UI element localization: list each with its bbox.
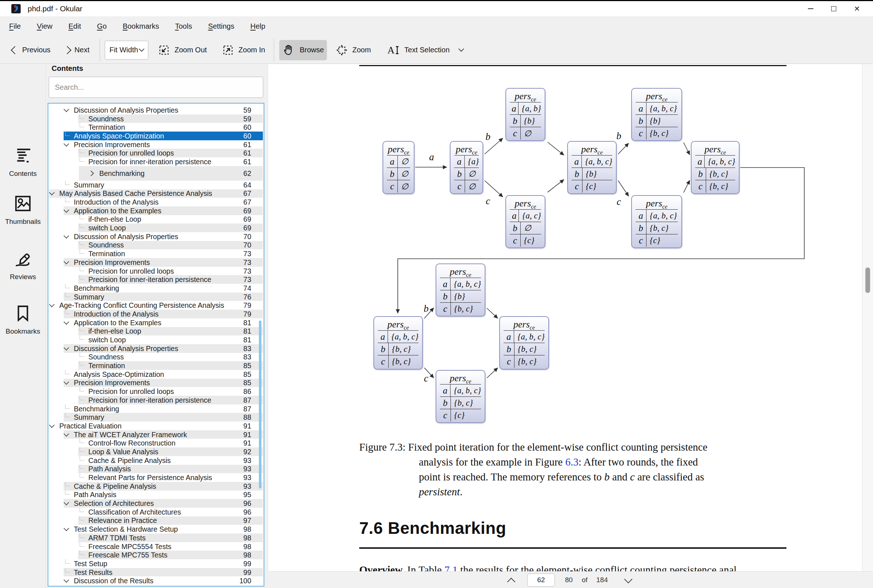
toc-row[interactable]: Selection of Architectures96 xyxy=(48,499,264,508)
tree-branch-line xyxy=(65,310,70,314)
fit-mode-combobox[interactable]: Fit Width xyxy=(105,41,148,60)
toc-row[interactable]: Benchmarking87 xyxy=(48,405,264,413)
toc-row[interactable]: Cache & Pipeline Analysis93 xyxy=(48,456,264,465)
toc-row[interactable]: Path Analysis93 xyxy=(48,465,264,474)
toc-page-number: 61 xyxy=(243,140,251,148)
toc-row[interactable]: Discussion of Analysis Properties70 xyxy=(48,232,264,241)
toc-row[interactable]: Age-Tracking Conflict Counting Persisten… xyxy=(48,301,264,310)
toc-row[interactable]: Benchmarking62 xyxy=(48,166,264,181)
toc-row[interactable]: Precision for unrolled loops86 xyxy=(48,387,264,396)
toc-row[interactable]: Discussion of Analysis Properties83 xyxy=(48,344,264,353)
tree-branch-line xyxy=(80,516,84,521)
toc-row[interactable]: Discussion of the Results100 xyxy=(48,576,264,585)
document-scrollbar-thumb[interactable] xyxy=(865,267,870,293)
cross-reference-link[interactable]: 6.3 xyxy=(565,456,578,468)
page-number-input[interactable]: 62 xyxy=(527,573,555,586)
node-row: c{c} xyxy=(636,234,678,247)
menu-item-go[interactable]: Go xyxy=(97,22,107,30)
toc-row[interactable]: Summary64 xyxy=(48,181,264,189)
menu-item-settings[interactable]: Settings xyxy=(208,22,234,30)
tree-scrollbar-thumb[interactable] xyxy=(259,321,261,488)
sidebar-item-thumbnails[interactable]: Thumbnails xyxy=(0,194,46,226)
toc-row[interactable]: Loop & Value Analysis92 xyxy=(48,447,264,456)
toc-row[interactable]: May Analysis Based Cache Persistence Ana… xyxy=(48,189,264,198)
toc-row[interactable]: Path Analysis95 xyxy=(48,490,264,500)
toc-row[interactable]: Relevant Parts for Persistence Analysis9… xyxy=(48,473,264,482)
previous-page-button[interactable] xyxy=(507,578,515,586)
menu-item-bookmarks[interactable]: Bookmarks xyxy=(123,22,159,30)
toolbar: Previous Next Fit Width Zoom Out Zoom In… xyxy=(0,36,873,64)
minimize-button[interactable] xyxy=(799,1,822,16)
toc-row[interactable]: Summary76 xyxy=(48,292,264,301)
text-selection-button[interactable]: A Text Selection xyxy=(384,40,466,60)
menu-item-help[interactable]: Help xyxy=(250,22,265,30)
toc-row[interactable]: ARM7 TDMI Tests98 xyxy=(48,534,264,542)
toc-row[interactable]: Analysis Space-Optimization85 xyxy=(48,370,264,379)
maximize-button[interactable] xyxy=(822,1,845,16)
toc-row[interactable]: Test Setup99 xyxy=(48,559,264,568)
toc-row[interactable]: Precision Improvements85 xyxy=(48,379,264,387)
toc-row[interactable]: Relevance in Practice97 xyxy=(48,516,264,525)
sidebar-item-bookmarks[interactable]: Bookmarks xyxy=(0,303,46,335)
document-scrollbar[interactable] xyxy=(862,64,873,571)
toc-row[interactable]: Discussion of Analysis Properties59 xyxy=(48,106,264,114)
previous-button[interactable]: Previous xyxy=(9,40,53,60)
toc-row[interactable]: Soundness59 xyxy=(48,114,264,123)
text-run: are classified as xyxy=(635,471,704,483)
toc-row[interactable]: Precision Improvements73 xyxy=(48,258,264,267)
toc-row[interactable]: Test Results99 xyxy=(48,568,264,577)
toc-row[interactable]: Precision for unrolled loops73 xyxy=(48,267,264,276)
toc-row[interactable]: Control-flow Reconstruction91 xyxy=(48,439,264,447)
next-button[interactable]: Next xyxy=(62,40,92,60)
sidebar-item-contents[interactable]: Contents xyxy=(0,146,46,178)
toc-row[interactable]: Freescale MPC755 Tests98 xyxy=(48,550,264,559)
toc-row[interactable]: Benchmarking74 xyxy=(48,284,264,292)
browse-tool-button[interactable]: Browse xyxy=(279,40,327,60)
toc-row[interactable]: Termination60 xyxy=(48,123,264,132)
toc-row[interactable]: Introduction of the Analysis79 xyxy=(48,310,264,318)
sidebar-item-reviews[interactable]: Reviews xyxy=(0,249,46,281)
toc-row[interactable]: Test Selection & Hardware Setup98 xyxy=(48,525,264,534)
toc-row[interactable]: Precision for unrolled loops61 xyxy=(48,148,264,158)
menu-item-tools[interactable]: Tools xyxy=(175,22,192,30)
toc-row[interactable]: Soundness70 xyxy=(48,241,264,250)
menu-item-view[interactable]: View xyxy=(37,22,53,30)
chevron-down-icon[interactable] xyxy=(458,46,464,52)
toc-row[interactable]: Termination73 xyxy=(48,249,264,258)
menu-item-file[interactable]: File xyxy=(9,22,21,30)
toc-row[interactable]: The aiT WCET Analyzer Framework91 xyxy=(48,430,264,439)
toc-row[interactable]: Summary88 xyxy=(48,413,264,422)
zoom-in-button[interactable]: Zoom In xyxy=(219,40,268,60)
close-button[interactable]: ✕ xyxy=(845,1,868,16)
toc-row[interactable]: Practical Evaluation91 xyxy=(48,422,264,430)
toc-row[interactable]: Cache & Pipeline Analysis93 xyxy=(48,482,264,490)
toc-page-number: 87 xyxy=(243,405,251,413)
toc-row[interactable]: Precision Improvements61 xyxy=(48,140,264,149)
toc-row[interactable]: Soundness83 xyxy=(48,353,264,362)
toc-row[interactable]: Precision for inner-iteration persistenc… xyxy=(48,396,264,405)
tree-branch-line xyxy=(80,447,84,452)
toc-row[interactable]: Termination85 xyxy=(48,361,264,370)
zoom-tool-button[interactable]: Zoom xyxy=(333,40,374,60)
search-input[interactable] xyxy=(49,76,263,98)
toc-item-label: Relevant Parts for Persistence Analysis xyxy=(89,474,212,482)
tree-branch-line xyxy=(80,439,84,443)
toc-row[interactable]: Application to the Examples81 xyxy=(48,318,264,327)
toc-row[interactable]: switch Loop81 xyxy=(48,335,264,344)
toc-row[interactable]: Precision for inner-iteration persistenc… xyxy=(48,158,264,166)
toc-row[interactable]: Classification of Architectures96 xyxy=(48,508,264,516)
toc-row[interactable]: if-then-else Loop81 xyxy=(48,327,264,336)
node-row: c{b, c} xyxy=(378,356,419,368)
toc-page-number: 61 xyxy=(243,158,251,166)
zoom-out-button[interactable]: Zoom Out xyxy=(155,40,210,60)
node-row-label: b xyxy=(503,343,514,355)
toc-row[interactable]: Analysis Space-Optimization60 xyxy=(48,132,264,140)
toc-row[interactable]: switch Loop69 xyxy=(48,224,264,232)
toc-row[interactable]: Application to the Examples69 xyxy=(48,206,264,215)
menu-item-edit[interactable]: Edit xyxy=(68,22,81,30)
toc-row[interactable]: Freescale MPC5554 Tests98 xyxy=(48,542,264,551)
next-page-button[interactable] xyxy=(624,575,633,584)
toc-row[interactable]: Precision for inner-iteration persistenc… xyxy=(48,275,264,284)
toc-row[interactable]: if-then-else Loop69 xyxy=(48,215,264,224)
toc-row[interactable]: Introduction of the Analysis67 xyxy=(48,198,264,206)
